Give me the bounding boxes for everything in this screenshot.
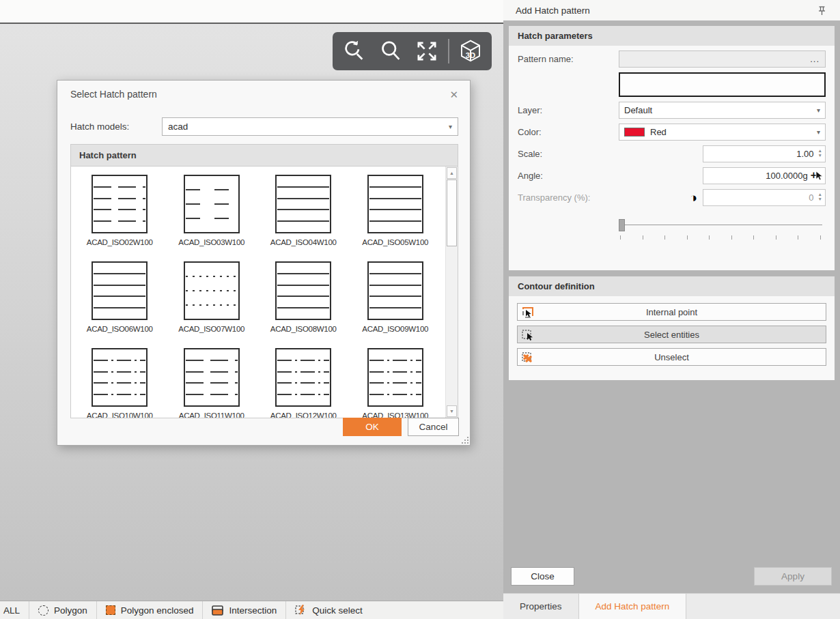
panel-tabbar: PropertiesAdd Hatch pattern [503, 593, 840, 619]
scrollbar[interactable]: ▲ ▼ [445, 167, 458, 418]
statusbar-item[interactable]: Polygon enclosed [96, 601, 203, 619]
cube-3d-label: 3D [466, 51, 475, 59]
hatch-pattern-item[interactable]: ACAD_ISO03W100 [166, 175, 258, 246]
hatch-pattern-item[interactable]: ACAD_ISO05W100 [350, 175, 442, 246]
polygon-icon [38, 605, 48, 616]
layer-select[interactable]: Default ▾ [619, 102, 826, 119]
close-icon[interactable]: ✕ [449, 89, 458, 100]
angle-label: Angle: [518, 171, 619, 181]
unselect-button[interactable]: Unselect [517, 348, 826, 366]
hatch-pattern-swatch [92, 175, 148, 233]
hatch-pattern-item[interactable]: ACAD_ISO06W100 [74, 261, 166, 333]
contour-button-label: Unselect [654, 352, 689, 362]
cancel-button[interactable]: Cancel [408, 418, 459, 436]
hatch-pattern-swatch [275, 175, 331, 233]
hatch-pattern-item[interactable]: ACAD_ISO04W100 [257, 175, 350, 246]
polygon-enclosed-icon [106, 605, 115, 615]
hatch-pattern-swatch [184, 348, 240, 407]
hatch-pattern-name: ACAD_ISO11W100 [166, 412, 258, 418]
close-button[interactable]: Close [511, 567, 574, 586]
hatch-pattern-item[interactable]: ACAD_ISO02W100 [74, 175, 166, 246]
hatch-pattern-item[interactable]: ACAD_ISO07W100 [166, 261, 258, 333]
chevron-down-icon: ▾ [817, 128, 820, 136]
scrollbar-down-icon[interactable]: ▼ [447, 405, 457, 417]
statusbar-item-label: ALL [3, 605, 20, 616]
add-hatch-pattern-panel: Add Hatch pattern Hatch parameters Patte… [503, 0, 840, 619]
pin-icon[interactable] [817, 5, 826, 16]
pattern-name-label: Pattern name: [518, 54, 619, 64]
hatch-models-value: acad [168, 121, 188, 132]
scrollbar-thumb[interactable] [447, 179, 457, 246]
hatch-pattern-swatch [367, 261, 423, 320]
hatch-pattern-item[interactable]: ACAD_ISO10W100 [74, 348, 166, 418]
transparency-spinner: ▲▼ [703, 189, 826, 206]
view-toolbar: 3D [333, 32, 492, 70]
contour-definition-title: Contour definition [509, 276, 835, 296]
hatch-pattern-item[interactable]: ACAD_ISO08W100 [257, 261, 350, 333]
scale-label: Scale: [518, 149, 619, 159]
hatch-pattern-item[interactable]: ACAD_ISO09W100 [350, 261, 442, 333]
hatch-pattern-swatch [92, 261, 148, 320]
scale-field[interactable] [703, 149, 817, 159]
panel-title: Add Hatch pattern [516, 5, 590, 16]
layer-value: Default [624, 105, 652, 115]
statusbar-item[interactable]: ALL [0, 601, 29, 619]
internal-point-button[interactable]: Internal point [517, 303, 826, 321]
slider-tick [776, 235, 776, 240]
pattern-name-field[interactable] [619, 54, 804, 64]
statusbar-item-label: Intersection [229, 605, 277, 616]
application-window: 3D Select Hatch pattern ✕ Hatch models: … [0, 0, 840, 619]
zoom-icon[interactable] [375, 35, 406, 67]
hatch-pattern-name: ACAD_ISO03W100 [166, 238, 258, 246]
angle-field[interactable] [703, 171, 811, 181]
internal-point-icon [520, 305, 535, 320]
slider-track[interactable] [619, 225, 822, 225]
ok-button[interactable]: OK [343, 418, 402, 436]
browse-button[interactable]: ... [804, 54, 825, 64]
scale-spinner: ▲▼ [703, 145, 826, 162]
transparency-slider [619, 219, 822, 244]
statusbar-item[interactable]: Quick select [285, 601, 372, 619]
tab-add-hatch-pattern[interactable]: Add Hatch pattern [578, 594, 687, 619]
hatch-pattern-swatch [367, 175, 423, 233]
mouse-cursor-icon [815, 171, 824, 181]
hatch-pattern-item[interactable]: ACAD_ISO13W100 [350, 348, 442, 418]
select-entities-button[interactable]: Select entities [517, 326, 826, 343]
slider-ticks [620, 235, 821, 240]
statusbar-item[interactable]: Polygon [29, 601, 96, 619]
hatch-models-select[interactable]: acad ▾ [162, 117, 458, 136]
scrollbar-up-icon[interactable]: ▲ [447, 167, 457, 179]
pattern-name-field-wrap: ... [619, 51, 826, 68]
slider-handle[interactable] [619, 219, 625, 231]
select-hatch-pattern-dialog: Select Hatch pattern ✕ Hatch models: aca… [57, 80, 471, 446]
slider-tick [709, 235, 710, 240]
cube-3d-icon[interactable]: 3D [455, 35, 486, 67]
hatch-pattern-name: ACAD_ISO06W100 [74, 325, 166, 333]
pattern-preview [619, 72, 826, 97]
color-select[interactable]: Red ▾ [619, 124, 826, 141]
zoom-extents-icon[interactable] [411, 35, 443, 67]
tab-properties[interactable]: Properties [503, 594, 578, 619]
spinner-arrows-icon[interactable]: ▲▼ [817, 192, 825, 202]
transparency-field[interactable] [703, 192, 817, 203]
hatch-pattern-item[interactable]: ACAD_ISO12W100 [257, 348, 350, 418]
toolbar-separator [448, 39, 449, 63]
color-swatch [624, 128, 645, 136]
hatch-pattern-item[interactable]: ACAD_ISO11W100 [166, 348, 258, 418]
quick-select-icon [295, 605, 307, 616]
contour-button-label: Select entities [644, 330, 699, 340]
chevron-down-icon: ▾ [449, 123, 452, 130]
hatch-pattern-grid: ACAD_ISO02W100ACAD_ISO03W100ACAD_ISO04W1… [74, 175, 441, 418]
statusbar-item-label: Polygon [54, 605, 87, 616]
zoom-previous-icon[interactable] [338, 35, 369, 67]
drawing-canvas[interactable]: 3D Select Hatch pattern ✕ Hatch models: … [0, 23, 503, 601]
apply-button[interactable]: Apply [754, 567, 832, 586]
resize-grip[interactable] [461, 436, 468, 444]
statusbar-item[interactable]: Intersection [202, 601, 285, 619]
color-value: Red [650, 127, 667, 137]
hatch-models-label: Hatch models: [70, 121, 162, 132]
select-entities-icon [520, 328, 535, 343]
hatch-pattern-name: ACAD_ISO07W100 [166, 325, 258, 333]
spinner-arrows-icon[interactable]: ▲▼ [817, 149, 825, 158]
contour-definition-section: Contour definition Internal pointSelect … [509, 276, 835, 380]
